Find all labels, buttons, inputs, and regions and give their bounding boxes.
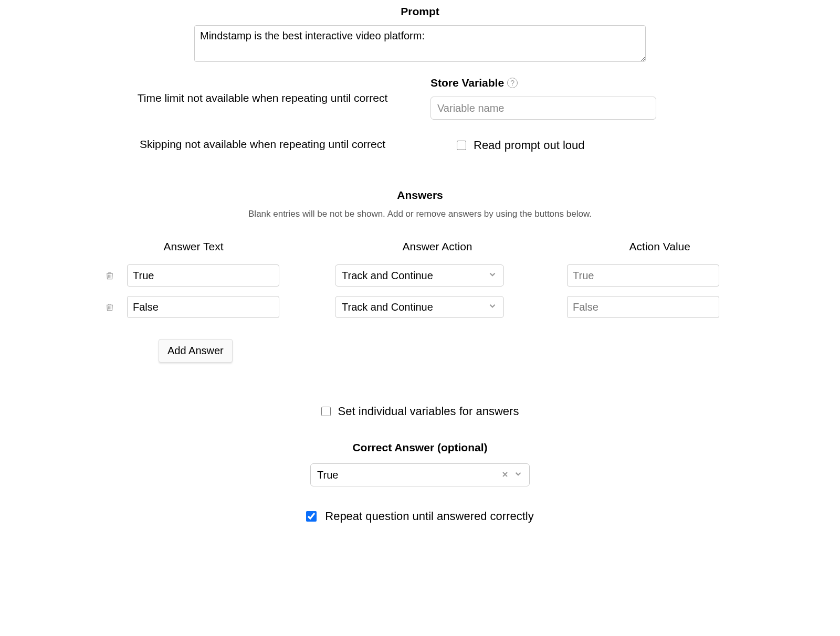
trash-icon[interactable] xyxy=(105,270,127,281)
individual-vars-checkbox[interactable] xyxy=(321,407,331,416)
answer-action-select[interactable]: Track and Continue xyxy=(335,296,504,318)
correct-answer-label: Correct Answer (optional) xyxy=(105,441,735,454)
answer-action-value: Track and Continue xyxy=(342,270,433,282)
help-icon[interactable]: ? xyxy=(507,78,518,88)
skipping-note: Skipping not available when repeating un… xyxy=(116,136,410,152)
correct-answer-select[interactable]: True xyxy=(310,463,530,486)
trash-icon[interactable] xyxy=(105,301,127,313)
store-variable-input[interactable] xyxy=(430,97,656,120)
action-value-input[interactable] xyxy=(567,264,719,287)
read-aloud-label: Read prompt out loud xyxy=(474,139,585,152)
chevron-down-icon xyxy=(488,270,497,282)
answer-text-input[interactable] xyxy=(127,296,279,318)
answers-subtitle: Blank entries will be not be shown. Add … xyxy=(105,209,735,219)
prompt-label: Prompt xyxy=(105,5,735,18)
correct-answer-value: True xyxy=(317,469,338,481)
chevron-down-icon xyxy=(488,301,497,313)
chevron-down-icon xyxy=(513,469,523,481)
answer-action-value: Track and Continue xyxy=(342,301,433,313)
answer-row: Track and Continue xyxy=(105,264,735,287)
answer-text-input[interactable] xyxy=(127,264,279,287)
header-answer-action: Answer Action xyxy=(352,240,522,253)
action-value-input[interactable] xyxy=(567,296,719,318)
header-answer-text: Answer Text xyxy=(127,240,297,253)
header-action-value: Action Value xyxy=(585,240,735,253)
repeat-checkbox[interactable] xyxy=(306,511,317,522)
answers-title: Answers xyxy=(105,189,735,202)
time-limit-note: Time limit not available when repeating … xyxy=(116,90,410,105)
prompt-textarea[interactable] xyxy=(194,25,646,62)
answer-action-select[interactable]: Track and Continue xyxy=(335,264,504,287)
store-variable-label: Store Variable xyxy=(430,77,504,89)
add-answer-button[interactable]: Add Answer xyxy=(159,339,233,363)
answer-row: Track and Continue xyxy=(105,296,735,318)
read-aloud-checkbox[interactable] xyxy=(457,141,466,150)
individual-vars-label: Set individual variables for answers xyxy=(338,405,519,418)
clear-icon[interactable] xyxy=(501,469,509,481)
repeat-label: Repeat question until answered correctly xyxy=(325,510,533,523)
